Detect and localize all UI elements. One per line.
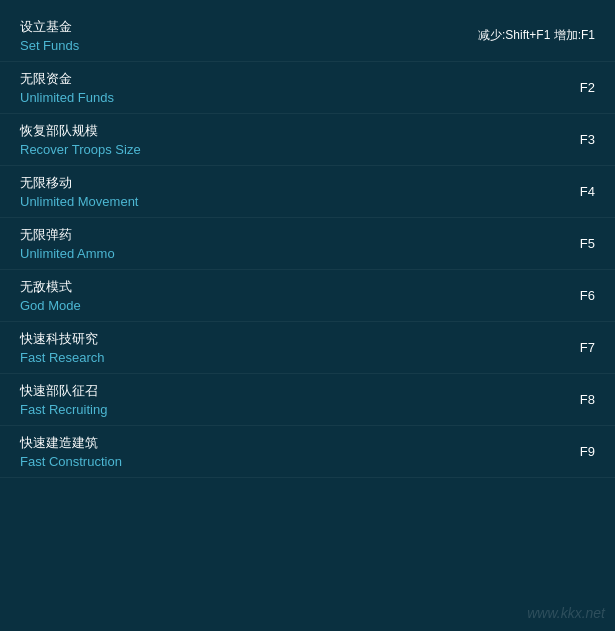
cheat-item: 快速科技研究Fast ResearchF7 — [0, 322, 615, 374]
cheat-item: 无限移动Unlimited MovementF4 — [0, 166, 615, 218]
cheat-key-label: F3 — [515, 132, 595, 147]
cheat-text: 无敌模式God Mode — [20, 278, 81, 313]
cheat-english-label: Unlimited Ammo — [20, 246, 115, 261]
cheat-chinese-label: 无限弹药 — [20, 226, 115, 244]
cheat-chinese-label: 无限资金 — [20, 70, 114, 88]
cheat-chinese-label: 快速部队征召 — [20, 382, 107, 400]
cheat-item: 无敌模式God ModeF6 — [0, 270, 615, 322]
cheat-chinese-label: 设立基金 — [20, 18, 79, 36]
cheat-chinese-label: 快速建造建筑 — [20, 434, 122, 452]
cheat-text: 快速部队征召Fast Recruiting — [20, 382, 107, 417]
cheat-english-label: Fast Recruiting — [20, 402, 107, 417]
cheat-key-label: F4 — [515, 184, 595, 199]
cheat-item: 恢复部队规模Recover Troops SizeF3 — [0, 114, 615, 166]
cheat-text: 无限资金Unlimited Funds — [20, 70, 114, 105]
cheat-item: 快速建造建筑Fast ConstructionF9 — [0, 426, 615, 478]
cheat-text: 无限移动Unlimited Movement — [20, 174, 139, 209]
cheat-chinese-label: 快速科技研究 — [20, 330, 105, 348]
watermark: www.kkx.net — [527, 605, 605, 621]
cheat-key-label: 减少:Shift+F1 增加:F1 — [478, 27, 595, 44]
cheat-english-label: Set Funds — [20, 38, 79, 53]
cheat-english-label: Unlimited Funds — [20, 90, 114, 105]
cheat-chinese-label: 无敌模式 — [20, 278, 81, 296]
cheat-english-label: Fast Research — [20, 350, 105, 365]
cheat-text: 恢复部队规模Recover Troops Size — [20, 122, 141, 157]
cheat-chinese-label: 恢复部队规模 — [20, 122, 141, 140]
cheat-key-label: F7 — [515, 340, 595, 355]
cheat-item: 无限资金Unlimited FundsF2 — [0, 62, 615, 114]
cheat-english-label: Fast Construction — [20, 454, 122, 469]
cheat-english-label: Unlimited Movement — [20, 194, 139, 209]
cheat-english-label: God Mode — [20, 298, 81, 313]
cheat-item: 快速部队征召Fast RecruitingF8 — [0, 374, 615, 426]
cheat-text: 快速建造建筑Fast Construction — [20, 434, 122, 469]
cheat-item: 设立基金Set Funds减少:Shift+F1 增加:F1 — [0, 10, 615, 62]
cheat-key-label: F2 — [515, 80, 595, 95]
cheat-key-label: F6 — [515, 288, 595, 303]
cheat-key-label: F5 — [515, 236, 595, 251]
cheat-text: 设立基金Set Funds — [20, 18, 79, 53]
cheat-text: 快速科技研究Fast Research — [20, 330, 105, 365]
cheat-list: 设立基金Set Funds减少:Shift+F1 增加:F1无限资金Unlimi… — [0, 0, 615, 488]
cheat-key-label: F8 — [515, 392, 595, 407]
cheat-text: 无限弹药Unlimited Ammo — [20, 226, 115, 261]
cheat-item: 无限弹药Unlimited AmmoF5 — [0, 218, 615, 270]
cheat-chinese-label: 无限移动 — [20, 174, 139, 192]
cheat-english-label: Recover Troops Size — [20, 142, 141, 157]
cheat-key-label: F9 — [515, 444, 595, 459]
